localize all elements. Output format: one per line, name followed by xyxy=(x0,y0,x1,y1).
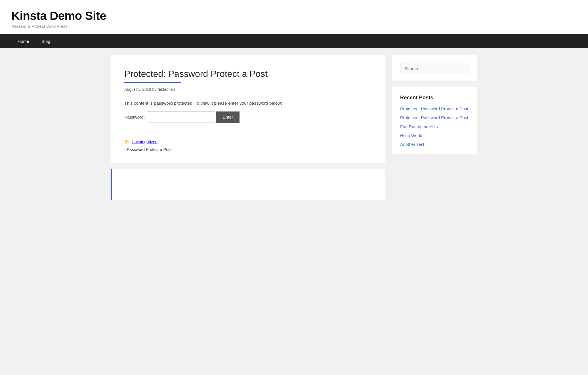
main-content: Protected: Password Protect a Post Augus… xyxy=(111,55,385,200)
nav-item-blog[interactable]: Blog xyxy=(35,34,56,48)
recent-posts-widget: Recent Posts Protected: Password Protect… xyxy=(392,87,477,154)
search-widget xyxy=(392,55,477,81)
folder-icon: 📁 xyxy=(124,139,130,144)
recent-posts-title: Recent Posts xyxy=(400,94,469,101)
post-categories: 📁 Uncategorized xyxy=(124,139,372,144)
site-title: Kinsta Demo Site xyxy=(11,9,577,23)
post-title-underline xyxy=(124,82,181,83)
site-tagline: Password Protect WordPress xyxy=(11,24,577,29)
list-item: Fun Run in the Hills xyxy=(400,124,469,130)
prev-arrow: ‹ xyxy=(124,147,127,152)
post-title: Protected: Password Protect a Post xyxy=(124,69,372,79)
enter-button[interactable]: Enter xyxy=(216,111,239,123)
post-meta: August 1, 2019 by testadmin xyxy=(124,87,372,92)
post-footer: 📁 Uncategorized ‹ Password Protect a Pos… xyxy=(124,133,372,152)
password-label: Password: xyxy=(124,115,145,120)
nav-link-blog[interactable]: Blog xyxy=(35,34,56,48)
post-navigation: ‹ Password Protect a Post xyxy=(124,147,372,152)
list-item: Protected: Password Protect a Post xyxy=(400,115,469,121)
list-item: Another Test xyxy=(400,141,469,147)
password-input[interactable] xyxy=(147,111,215,123)
password-notice: This content is password protected. To v… xyxy=(124,101,372,106)
nav-link-home[interactable]: Home xyxy=(11,34,35,48)
recent-post-link-2[interactable]: Protected: Password Protect a Post xyxy=(400,115,468,120)
page-wrapper: Protected: Password Protect a Post Augus… xyxy=(104,48,484,207)
list-item: Protected: Password Protect a Post xyxy=(400,106,469,112)
recent-posts-list: Protected: Password Protect a Post Prote… xyxy=(400,106,469,147)
recent-post-link-1[interactable]: Protected: Password Protect a Post xyxy=(400,106,468,111)
prev-post-link[interactable]: Password Protect a Post xyxy=(127,147,172,152)
second-card xyxy=(111,169,385,200)
recent-post-link-5[interactable]: Another Test xyxy=(400,142,424,147)
post-card: Protected: Password Protect a Post Augus… xyxy=(111,55,385,163)
main-nav: Home Blog xyxy=(0,34,588,48)
nav-item-home[interactable]: Home xyxy=(11,34,35,48)
recent-post-link-3[interactable]: Fun Run in the Hills xyxy=(400,124,438,129)
recent-post-link-4[interactable]: Hello World! xyxy=(400,133,423,138)
password-form-row: Password: Enter xyxy=(124,111,372,123)
sidebar: Recent Posts Protected: Password Protect… xyxy=(392,55,477,154)
category-link[interactable]: Uncategorized xyxy=(132,140,158,144)
list-item: Hello World! xyxy=(400,132,469,138)
search-input[interactable] xyxy=(400,63,469,74)
site-header: Kinsta Demo Site Password Protect WordPr… xyxy=(0,0,588,34)
